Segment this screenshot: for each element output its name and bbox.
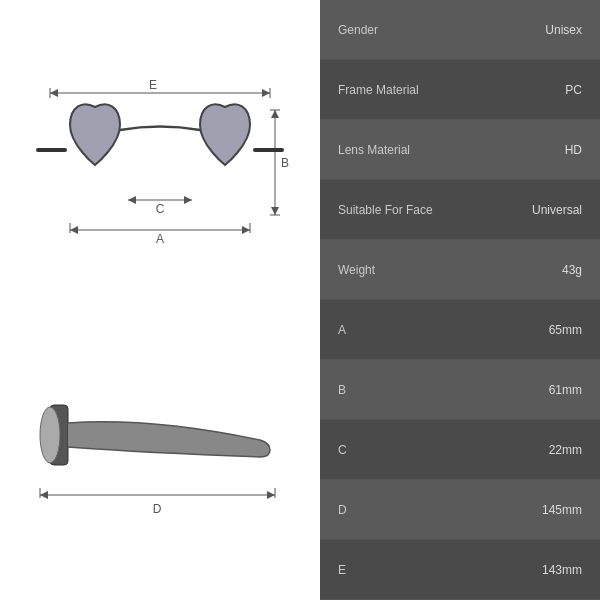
spec-label: A <box>338 323 346 337</box>
spec-value: Unisex <box>545 23 582 37</box>
spec-value: 43g <box>562 263 582 277</box>
spec-value: 145mm <box>542 503 582 517</box>
spec-label: Lens Material <box>338 143 410 157</box>
svg-text:A: A <box>156 232 164 246</box>
side-view-svg: D <box>30 370 290 550</box>
svg-point-25 <box>40 407 60 463</box>
spec-value: 22mm <box>549 443 582 457</box>
main-container: E B <box>0 0 600 600</box>
diagram-panel: E B <box>0 0 320 600</box>
front-view-diagram: E B <box>20 50 300 310</box>
spec-value: PC <box>565 83 582 97</box>
spec-row-weight: Weight43g <box>320 240 600 300</box>
svg-marker-27 <box>40 491 48 499</box>
svg-text:E: E <box>149 78 157 92</box>
spec-label: Weight <box>338 263 375 277</box>
svg-text:D: D <box>153 502 162 516</box>
svg-marker-20 <box>242 226 250 234</box>
spec-row-gender: GenderUnisex <box>320 0 600 60</box>
svg-marker-15 <box>128 196 136 204</box>
spec-row-b: B61mm <box>320 360 600 420</box>
spec-row-e: E143mm <box>320 540 600 600</box>
spec-row-frame-material: Frame MaterialPC <box>320 60 600 120</box>
spec-table: GenderUnisexFrame MaterialPCLens Materia… <box>320 0 600 600</box>
svg-marker-9 <box>271 110 279 118</box>
spec-value: Universal <box>532 203 582 217</box>
spec-label: B <box>338 383 346 397</box>
spec-label: Frame Material <box>338 83 419 97</box>
spec-row-suitable-for-face: Suitable For FaceUniversal <box>320 180 600 240</box>
spec-row-lens-material: Lens MaterialHD <box>320 120 600 180</box>
svg-marker-16 <box>184 196 192 204</box>
spec-value: 61mm <box>549 383 582 397</box>
spec-label: Gender <box>338 23 378 37</box>
svg-marker-19 <box>70 226 78 234</box>
spec-value: HD <box>565 143 582 157</box>
svg-marker-10 <box>271 207 279 215</box>
front-view-svg: E B <box>20 50 300 310</box>
svg-marker-4 <box>262 89 270 97</box>
spec-label: D <box>338 503 347 517</box>
svg-marker-28 <box>267 491 275 499</box>
spec-value: 143mm <box>542 563 582 577</box>
side-view-diagram: D <box>30 370 290 550</box>
spec-row-c: C22mm <box>320 420 600 480</box>
svg-text:C: C <box>156 202 165 216</box>
spec-label: Suitable For Face <box>338 203 433 217</box>
svg-text:B: B <box>281 156 289 170</box>
spec-label: C <box>338 443 347 457</box>
spec-row-a: A65mm <box>320 300 600 360</box>
spec-label: E <box>338 563 346 577</box>
spec-value: 65mm <box>549 323 582 337</box>
svg-marker-3 <box>50 89 58 97</box>
spec-row-d: D145mm <box>320 480 600 540</box>
